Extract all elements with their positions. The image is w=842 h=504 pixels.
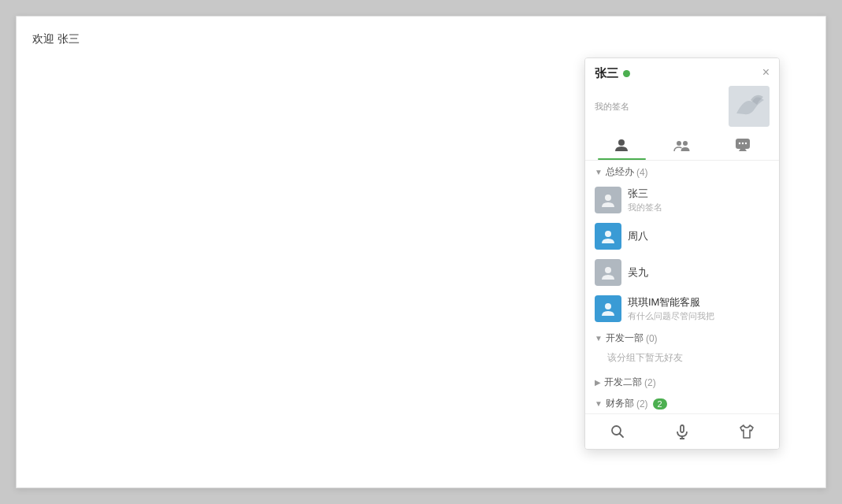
contact-status-ai: 有什么问题尽管问我把 bbox=[628, 310, 770, 322]
shirt-toolbar-button[interactable] bbox=[714, 419, 779, 444]
panel-toolbar bbox=[585, 413, 779, 449]
svg-rect-14 bbox=[681, 425, 684, 432]
svg-point-10 bbox=[605, 267, 611, 273]
chevron-down-icon bbox=[595, 168, 603, 176]
svg-point-11 bbox=[605, 303, 611, 309]
contact-avatar-zhouba bbox=[595, 223, 621, 250]
panel-header: 张三 × bbox=[585, 58, 779, 86]
audio-toolbar-button[interactable] bbox=[650, 419, 714, 444]
main-area: 欢迎 张三 张三 × 我的签名 bbox=[16, 16, 826, 488]
user-icon-blue bbox=[599, 228, 617, 245]
chevron-right-icon-kaifa2 bbox=[595, 378, 601, 387]
contact-avatar-wujiu bbox=[595, 259, 621, 286]
svg-point-3 bbox=[683, 141, 688, 146]
shirt-icon bbox=[739, 424, 755, 439]
contact-name-zhouba: 周八 bbox=[628, 229, 770, 243]
contact-status-zhangsan: 我的签名 bbox=[628, 202, 770, 213]
search-toolbar-button[interactable] bbox=[585, 419, 650, 444]
contact-avatar-ai bbox=[595, 295, 621, 322]
svg-point-6 bbox=[741, 143, 743, 144]
contact-item-ai[interactable]: 琪琪IM智能客服 有什么问题尽管问我把 bbox=[585, 291, 779, 327]
group-name-zongjiaban: 总经办 bbox=[606, 165, 634, 179]
user-panel: 张三 × 我的签名 bbox=[584, 57, 780, 450]
svg-point-5 bbox=[738, 143, 740, 144]
user-icon-ai bbox=[599, 300, 617, 317]
panel-tabs bbox=[585, 132, 779, 161]
person-icon bbox=[613, 136, 630, 154]
group-count-kaifa1: (0) bbox=[646, 333, 658, 344]
chat-icon bbox=[734, 136, 751, 154]
chevron-down-icon-caiwu bbox=[595, 399, 603, 408]
contact-info-wujiu: 吴九 bbox=[628, 265, 770, 280]
svg-point-7 bbox=[744, 143, 746, 144]
tab-contacts[interactable] bbox=[592, 132, 652, 160]
contact-name-ai: 琪琪IM智能客服 bbox=[628, 295, 770, 309]
group-header-kaifa2[interactable]: 开发二部 (2) bbox=[585, 371, 779, 392]
user-avatar[interactable] bbox=[729, 86, 770, 127]
group-icon bbox=[673, 136, 691, 154]
avatar-area: 我的签名 bbox=[585, 86, 779, 132]
chevron-down-icon-kaifa1 bbox=[595, 334, 603, 343]
audio-icon bbox=[674, 424, 690, 439]
group-name-caiwu: 财务部 bbox=[606, 397, 634, 410]
group-name-kaifa2: 开发二部 bbox=[604, 376, 642, 389]
contact-info-zhangsan: 张三 我的签名 bbox=[628, 187, 770, 213]
contact-info-ai: 琪琪IM智能客服 有什么问题尽管问我把 bbox=[628, 295, 770, 322]
panel-username: 张三 bbox=[595, 66, 618, 81]
user-icon-gray bbox=[599, 191, 617, 209]
contact-name-wujiu: 吴九 bbox=[628, 265, 770, 280]
svg-point-8 bbox=[605, 195, 611, 201]
svg-point-9 bbox=[605, 231, 611, 237]
empty-group-kaifa1: 该分组下暂无好友 bbox=[585, 348, 779, 371]
caiwu-badge: 2 bbox=[653, 398, 667, 410]
user-icon-gray2 bbox=[599, 264, 617, 281]
avatar-image bbox=[729, 86, 770, 127]
contact-info-zhouba: 周八 bbox=[628, 229, 770, 243]
contact-list: 总经办 (4) 张三 我的签名 bbox=[585, 161, 779, 413]
svg-point-1 bbox=[618, 139, 625, 146]
svg-point-2 bbox=[677, 141, 681, 146]
tab-group[interactable] bbox=[652, 132, 713, 160]
tab-chat[interactable] bbox=[712, 132, 773, 160]
search-icon bbox=[610, 424, 625, 439]
group-name-kaifa1: 开发一部 bbox=[606, 332, 644, 345]
group-header-caiwu[interactable]: 财务部 (2) 2 bbox=[585, 392, 779, 413]
contact-item-wujiu[interactable]: 吴九 bbox=[585, 254, 779, 291]
group-count-zongjiaban: (4) bbox=[636, 167, 648, 178]
contact-item-zhangsan[interactable]: 张三 我的签名 bbox=[585, 182, 779, 218]
group-header-zongjiaban[interactable]: 总经办 (4) bbox=[585, 161, 779, 182]
contact-item-zhouba[interactable]: 周八 bbox=[585, 218, 779, 254]
svg-line-13 bbox=[620, 434, 624, 438]
group-count-caiwu: (2) bbox=[636, 398, 648, 410]
panel-close-button[interactable]: × bbox=[762, 66, 770, 79]
welcome-text: 欢迎 张三 bbox=[32, 32, 80, 46]
online-status-dot bbox=[623, 70, 630, 77]
signature-text: 我的签名 bbox=[595, 101, 632, 113]
contact-name-zhangsan: 张三 bbox=[628, 187, 770, 201]
group-header-kaifa1[interactable]: 开发一部 (0) bbox=[585, 327, 779, 348]
contact-avatar-zhangsan bbox=[595, 187, 621, 213]
group-count-kaifa2: (2) bbox=[644, 377, 656, 388]
